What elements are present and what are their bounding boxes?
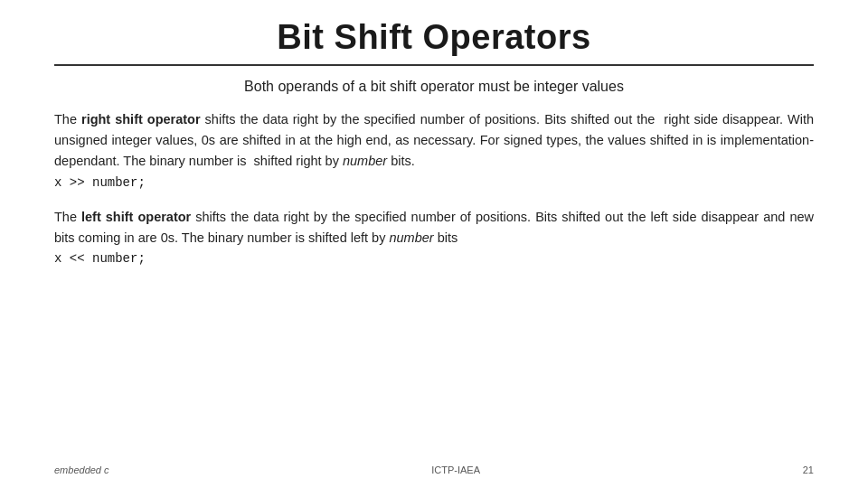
subtitle: Both operands of a bit shift operator mu… xyxy=(54,79,814,95)
title-divider xyxy=(54,64,814,66)
left-shift-paragraph: The left shift operator shifts the data … xyxy=(54,207,814,249)
right-shift-code: x >> number; xyxy=(54,173,814,192)
title-section: Bit Shift Operators xyxy=(54,18,814,57)
left-shift-text-pre: The xyxy=(54,210,81,224)
left-shift-text-end: bits xyxy=(434,230,458,245)
right-shift-text-end: bits. xyxy=(387,154,415,168)
left-shift-italic: number xyxy=(389,230,433,245)
right-shift-italic: number xyxy=(343,154,387,168)
left-shift-code: x << number; xyxy=(54,249,814,268)
left-shift-block: The left shift operator shifts the data … xyxy=(54,207,814,269)
slide: Bit Shift Operators Both operands of a b… xyxy=(0,0,868,488)
right-shift-block: The right shift operator shifts the data… xyxy=(54,109,814,192)
slide-title: Bit Shift Operators xyxy=(54,18,814,57)
slide-footer: embedded c ICTP-IAEA 21 xyxy=(0,465,868,475)
footer-center: ICTP-IAEA xyxy=(431,465,480,475)
right-shift-paragraph: The right shift operator shifts the data… xyxy=(54,109,814,173)
right-shift-bold: right shift operator xyxy=(81,112,201,127)
right-shift-text-pre: The xyxy=(54,112,81,127)
footer-left: embedded c xyxy=(54,465,109,475)
footer-right: 21 xyxy=(803,465,814,475)
left-shift-bold: left shift operator xyxy=(81,210,191,224)
